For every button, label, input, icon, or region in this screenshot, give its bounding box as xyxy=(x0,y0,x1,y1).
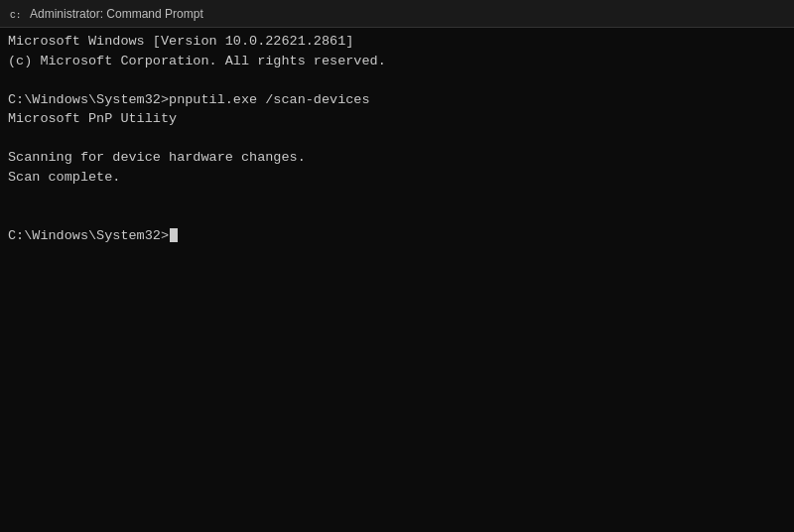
terminal-line-4: Microsoft PnP Utility xyxy=(8,109,786,129)
terminal-prompt-line: C:\Windows\System32> xyxy=(8,226,786,246)
terminal-line-1: Microsoft Windows [Version 10.0.22621.28… xyxy=(8,32,786,52)
svg-text:C:: C: xyxy=(10,9,22,20)
cmd-icon: C: xyxy=(8,6,24,22)
terminal-line-5: Scanning for device hardware changes. xyxy=(8,148,786,168)
title-bar: C: Administrator: Command Prompt xyxy=(0,0,794,28)
terminal-blank-1 xyxy=(8,70,786,90)
terminal-blank-4 xyxy=(8,206,786,226)
command-prompt-window: C: Administrator: Command Prompt Microso… xyxy=(0,0,794,532)
terminal-blank-3 xyxy=(8,188,786,207)
title-bar-text: Administrator: Command Prompt xyxy=(30,7,786,21)
terminal-line-2: (c) Microsoft Corporation. All rights re… xyxy=(8,52,786,71)
terminal-body[interactable]: Microsoft Windows [Version 10.0.22621.28… xyxy=(0,28,794,532)
terminal-line-3: C:\Windows\System32>pnputil.exe /scan-de… xyxy=(8,90,786,110)
terminal-line-6: Scan complete. xyxy=(8,168,786,188)
terminal-blank-2 xyxy=(8,129,786,149)
terminal-cursor xyxy=(170,228,178,242)
terminal-prompt: C:\Windows\System32> xyxy=(8,226,169,246)
